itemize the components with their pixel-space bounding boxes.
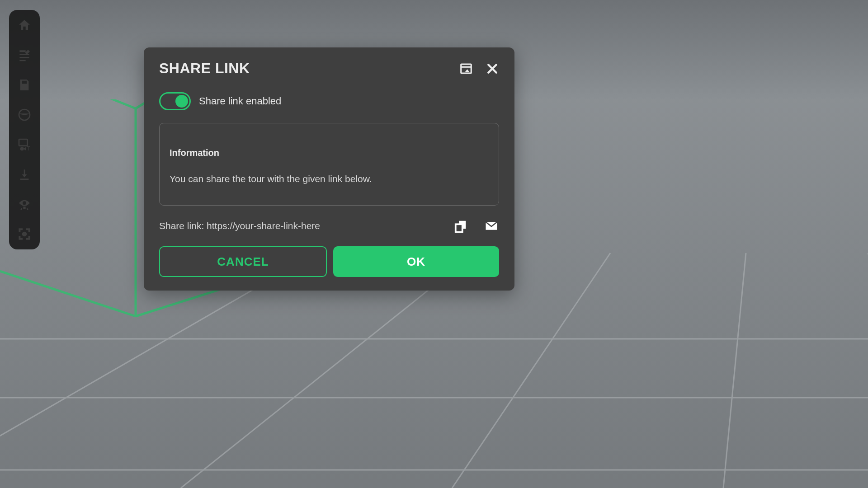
svg-point-19 [23,233,26,236]
edit-icon[interactable] [15,46,33,64]
email-icon[interactable] [484,219,499,233]
fullscreen-icon[interactable] [15,225,33,243]
ok-button[interactable]: OK [333,246,499,277]
share-enabled-toggle[interactable] [159,92,191,110]
info-heading: Information [170,148,489,158]
modal-header-actions [459,62,499,75]
svg-text:T: T [27,145,30,152]
media-icon[interactable]: T [15,136,33,154]
home-icon[interactable] [15,16,33,34]
cancel-button[interactable]: CANCEL [159,246,327,277]
share-link-label: Share link: [159,221,204,231]
toggle-knob [175,95,188,108]
modal-title: SHARE LINK [159,60,250,77]
svg-rect-25 [456,224,462,232]
modal-button-row: CANCEL OK [159,246,499,277]
share-link-row: Share link: https://your-share-link-here [159,219,499,233]
info-box: Information You can share the tour with … [159,123,499,206]
save-icon[interactable] [15,76,33,94]
svg-rect-16 [19,139,28,146]
download-icon[interactable] [15,165,33,183]
info-text: You can share the tour with the given li… [170,174,489,184]
share-link-modal: SHARE LINK Share link enabled Informatio… [144,47,514,291]
panorama-icon[interactable] [15,106,33,124]
share-enabled-row: Share link enabled [159,92,499,110]
svg-line-6 [723,253,746,488]
modal-header: SHARE LINK [159,60,499,77]
view-icon[interactable] [15,195,33,213]
close-icon[interactable] [486,62,499,75]
open-external-icon[interactable] [459,62,473,75]
copy-icon[interactable] [453,219,468,233]
share-link-actions [453,219,499,233]
svg-line-12 [0,271,136,316]
sidebar-toolbar: T [9,10,40,249]
share-enabled-label: Share link enabled [199,95,281,107]
share-link-text: Share link: https://your-share-link-here [159,221,320,231]
share-link-url: https://your-share-link-here [207,221,320,231]
